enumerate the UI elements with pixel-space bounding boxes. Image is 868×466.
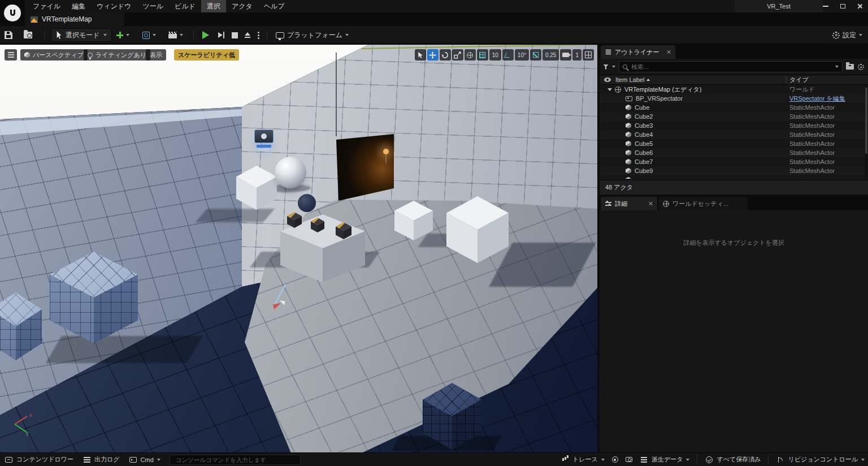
chevron-down-icon[interactable] — [612, 66, 615, 68]
item-label-sort-button[interactable]: Item Label — [615, 76, 650, 83]
dark-sphere-actor[interactable] — [298, 194, 316, 212]
revision-control-dropdown[interactable]: リビジョンコントロール — [776, 455, 865, 464]
scale-snap-value[interactable]: 0.25 — [542, 49, 559, 61]
blueprints-dropdown[interactable] — [142, 26, 156, 44]
insights-record-button[interactable] — [612, 456, 618, 463]
outliner-row[interactable]: Cube StaticMeshActor — [600, 103, 865, 112]
small-cube-actor[interactable] — [311, 218, 324, 232]
chevron-down-icon[interactable] — [835, 66, 839, 68]
outliner-row-partial[interactable] — [600, 175, 865, 179]
editor-mode-dropdown[interactable]: 選択モード — [51, 26, 112, 44]
world-coordinate-button[interactable] — [465, 49, 476, 61]
type-column-header[interactable]: タイプ — [789, 76, 809, 84]
menu-window[interactable]: ウィンドウ — [91, 0, 137, 12]
save-status-button[interactable]: すべて保存済み — [705, 455, 761, 464]
small-cube-actor[interactable] — [287, 212, 302, 228]
content-browser-button[interactable] — [24, 26, 32, 44]
menu-edit[interactable]: 編集 — [66, 0, 91, 12]
console-command-input[interactable] — [175, 456, 296, 464]
outliner-row[interactable]: Cube6 StaticMeshActor — [600, 148, 865, 157]
vr-spectator-sprite[interactable] — [252, 130, 276, 157]
scalability-warning-button[interactable]: スケーラビリティ低 — [174, 49, 239, 61]
scale-tool-button[interactable] — [452, 49, 463, 61]
small-cube-actor[interactable] — [336, 222, 351, 239]
cube-actor[interactable] — [236, 166, 277, 210]
filter-icon[interactable] — [603, 64, 609, 70]
close-icon[interactable] — [648, 201, 653, 206]
cube-actor[interactable] — [423, 383, 481, 450]
tab-outliner[interactable]: アウトライナー — [601, 45, 675, 59]
camera-speed-button[interactable] — [560, 49, 571, 61]
play-options-button[interactable] — [258, 26, 259, 44]
menu-select[interactable]: 選択 — [201, 0, 226, 12]
minimize-button[interactable] — [817, 0, 834, 12]
menu-actor[interactable]: アクタ — [226, 0, 258, 12]
perspective-dropdown[interactable]: パースペクティブ — [20, 49, 88, 61]
menu-file[interactable]: ファイル — [27, 0, 66, 12]
menu-help[interactable]: ヘルプ — [258, 0, 290, 12]
screenshot-button[interactable] — [626, 457, 632, 462]
menu-tools[interactable]: ツール — [137, 0, 170, 12]
cube-shadow — [196, 209, 275, 222]
close-icon[interactable] — [666, 50, 671, 54]
cube-actor[interactable] — [0, 292, 42, 360]
maximize-button[interactable] — [834, 0, 851, 12]
cinematics-dropdown[interactable] — [168, 26, 183, 44]
player-start-actor[interactable] — [270, 284, 298, 314]
tab-world-settings[interactable]: ワールドセッティ... — [658, 197, 748, 210]
outliner-row[interactable]: Cube3 StaticMeshActor — [600, 121, 865, 130]
camera-speed-value[interactable]: 1 — [572, 49, 581, 61]
cube-actor[interactable] — [446, 196, 509, 263]
add-actor-dropdown[interactable] — [116, 26, 129, 44]
outliner-row[interactable]: Cube9 StaticMeshActor — [600, 166, 865, 175]
cmd-dropdown[interactable]: Cmd — [129, 456, 160, 464]
outliner-row[interactable]: BP_VRSpectator VRSpectator を編集 — [600, 94, 865, 103]
cube-actor[interactable] — [50, 252, 138, 343]
outliner-row-world[interactable]: VRTemplateMap (エディタ) ワールド — [600, 85, 865, 94]
move-tool-button[interactable] — [427, 49, 439, 61]
viewport-options-button[interactable] — [5, 49, 17, 61]
grid-snap-button[interactable] — [477, 49, 488, 61]
expand-caret-icon[interactable] — [607, 88, 612, 91]
skip-button[interactable] — [218, 26, 225, 44]
close-button[interactable] — [851, 0, 868, 12]
outliner-row[interactable]: Cube5 StaticMeshActor — [600, 139, 865, 148]
edit-vrspectator-link[interactable]: VRSpectator を編集 — [789, 94, 845, 103]
rotate-tool-button[interactable] — [440, 49, 451, 61]
add-folder-icon[interactable] — [846, 64, 854, 70]
view-mode-dropdown[interactable]: ライティングあり — [84, 49, 150, 61]
unreal-logo-button[interactable] — [0, 0, 25, 26]
tab-details[interactable]: 詳細 — [601, 197, 657, 210]
outliner-row[interactable]: Cube4 StaticMeshActor — [600, 130, 865, 139]
outliner-row[interactable]: Cube2 StaticMeshActor — [600, 112, 865, 121]
trace-dropdown[interactable]: トレース — [561, 455, 605, 464]
stop-button[interactable] — [232, 26, 238, 44]
rotation-snap-button[interactable] — [502, 49, 514, 61]
viewport[interactable]: x y パースペクティブ ライティングあり 表示 スケーラビリティ低 — [0, 44, 597, 452]
outliner-settings-icon[interactable] — [858, 63, 864, 70]
grid-snap-value[interactable]: 10 — [489, 49, 501, 61]
tab-vrtemplatemap[interactable]: VRTemplateMap — [25, 12, 124, 26]
rotation-snap-value[interactable]: 10° — [515, 49, 529, 61]
menu-build[interactable]: ビルド — [169, 0, 201, 12]
select-tool-button[interactable] — [415, 49, 426, 61]
sphere-actor[interactable] — [275, 157, 306, 188]
show-dropdown[interactable]: 表示 — [146, 49, 166, 61]
cube-actor[interactable] — [394, 201, 433, 240]
visibility-column-button[interactable] — [604, 77, 611, 82]
outliner-row[interactable]: Cube7 StaticMeshActor — [600, 157, 865, 166]
save-button[interactable] — [5, 26, 12, 44]
maximize-viewport-button[interactable] — [583, 49, 594, 61]
scale-snap-button[interactable] — [530, 49, 541, 61]
derived-data-dropdown[interactable]: 派生データ — [640, 455, 690, 464]
platform-dropdown[interactable]: プラットフォーム — [276, 26, 349, 44]
search-input[interactable] — [630, 63, 832, 71]
outliner-scrollbar[interactable] — [865, 85, 867, 179]
play-button[interactable] — [202, 26, 209, 44]
scrollbar-thumb[interactable] — [865, 87, 867, 154]
content-drawer-button[interactable]: コンテンツドロワー — [5, 455, 73, 464]
doorway-light[interactable] — [383, 149, 389, 154]
output-log-button[interactable]: 出力ログ — [83, 455, 120, 464]
eject-button[interactable] — [244, 26, 251, 44]
settings-dropdown[interactable]: 設定 — [832, 26, 862, 44]
